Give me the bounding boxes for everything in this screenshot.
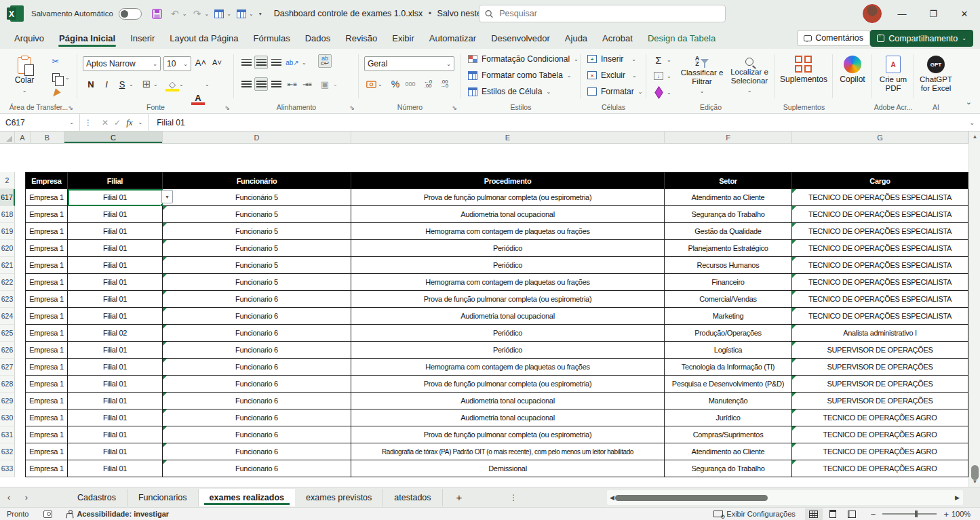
cell-cargo-629[interactable]: SUPERVISOR DE OPERAÇÕES (792, 393, 968, 409)
zoom-level[interactable]: 100% (952, 510, 980, 518)
number-dialog-launcher-icon[interactable]: ⇘ (452, 104, 457, 111)
cell-empresa-632[interactable]: Empresa 1 (25, 443, 68, 460)
borders-caret-icon[interactable]: ⌄ (153, 81, 158, 87)
cell-setor-623[interactable]: Comercial/Vendas (665, 291, 792, 308)
ribbon-tab-revis-o[interactable]: Revisão (338, 29, 385, 47)
fill-handle[interactable] (160, 203, 163, 206)
ribbon-tab-exibir[interactable]: Exibir (385, 29, 422, 47)
customize-qat-icon[interactable]: ▾ (259, 11, 262, 17)
cell-filial-629[interactable]: Filial 01 (68, 393, 163, 409)
cell-empresa-627[interactable]: Empresa 1 (25, 359, 68, 376)
empty-row-1[interactable] (0, 144, 968, 172)
ribbon-tab-ajuda[interactable]: Ajuda (557, 29, 595, 47)
row-header-629[interactable]: 629 (0, 393, 15, 409)
cell-procedimento-626[interactable]: Periódico (351, 342, 665, 359)
cell-procedimento-618[interactable]: Audiometria tonal ocupacional (351, 206, 665, 223)
row-header-619[interactable]: 619 (0, 223, 15, 240)
cell-procedimento-619[interactable]: Hemograma com contagem de plaquetas ou f… (351, 223, 665, 240)
cell-empresa-623[interactable]: Empresa 1 (25, 291, 68, 308)
sheet-tab-exames-previstos[interactable]: exames previstos (295, 489, 383, 506)
orientation-button[interactable]: ab↗ (286, 56, 299, 69)
row-header-628[interactable]: 628 (0, 376, 15, 393)
cell-funcionario-632[interactable]: Funcionario 6 (163, 443, 351, 460)
scroll-up-icon[interactable]: ▲ (969, 132, 980, 142)
table-column-header-filial[interactable]: Filial (68, 172, 163, 189)
clear-button[interactable] (652, 85, 665, 99)
cell-funcionario-621[interactable]: Funcionario 5 (163, 257, 351, 274)
cell-procedimento-617[interactable]: Prova de função pulmonar completa (ou es… (351, 189, 665, 206)
italic-button[interactable]: I (100, 77, 113, 91)
data-validation-dropdown-icon[interactable]: ▼ (161, 190, 173, 203)
zoom-slider[interactable] (882, 513, 937, 515)
page-layout-view-button[interactable] (824, 508, 842, 520)
column-header-B[interactable]: B (31, 132, 64, 143)
cell-filial-625[interactable]: Filial 02 (68, 325, 163, 342)
cell-filial-624[interactable]: Filial 01 (68, 308, 163, 325)
create-pdf-button[interactable]: A Crie um PDF (874, 50, 913, 93)
cell-procedimento-620[interactable]: Periódico (351, 240, 665, 257)
column-header-G[interactable]: G (792, 132, 968, 143)
fx-caret-icon[interactable]: ⌄ (138, 119, 143, 125)
cell-setor-629[interactable]: Manutenção (665, 393, 792, 409)
font-color-caret-icon[interactable]: ⌄ (205, 81, 210, 87)
find-select-button[interactable]: Localizar e Selecionar ⌄ (726, 50, 772, 94)
cancel-entry-icon[interactable]: ✕ (102, 118, 109, 127)
sheet-tab-atestados[interactable]: atestados (383, 489, 442, 506)
scroll-down-icon[interactable]: ▼ (969, 477, 980, 487)
cell-cargo-625[interactable]: Analista administrativo I (792, 325, 968, 342)
comments-button[interactable]: Comentários (797, 30, 870, 46)
confirm-entry-icon[interactable]: ✓ (114, 118, 121, 127)
merge-center-button[interactable]: ▣ (318, 77, 332, 91)
qat-table-caret-icon[interactable]: ⌄ (227, 11, 231, 17)
copy-button[interactable] (49, 71, 62, 84)
ribbon-tab-layout-da-p-gina[interactable]: Layout da Página (162, 29, 246, 47)
cell-procedimento-632[interactable]: Radiografia de tórax (PA) Padrão OIT (o … (351, 443, 665, 460)
middle-align-button[interactable] (254, 56, 268, 69)
percent-style-button[interactable]: % (389, 77, 402, 91)
accounting-format-button[interactable] (364, 77, 378, 91)
cell-procedimento-633[interactable]: Demissional (351, 460, 665, 477)
avatar[interactable] (863, 4, 882, 23)
cell-setor-625[interactable]: Produção/Operações (665, 325, 792, 342)
increase-decimal-button[interactable]: ←0.00 (421, 77, 435, 91)
cell-empresa-618[interactable]: Empresa 1 (25, 206, 68, 223)
font-color-button[interactable]: A (191, 91, 205, 104)
cell-setor-617[interactable]: Atendimento ao Cliente (665, 189, 792, 206)
vertical-scrollbar[interactable]: ▲ ▼ (968, 132, 980, 487)
cell-filial-633[interactable]: Filial 01 (68, 460, 163, 477)
redo-button[interactable]: ↷ (190, 6, 205, 21)
sheet-tab-exames-realizados[interactable]: exames realizados (199, 489, 296, 506)
autosum-caret-icon[interactable]: ⌄ (667, 57, 671, 63)
cell-filial-627[interactable]: Filial 01 (68, 359, 163, 376)
table-column-header-empresa[interactable]: Empresa (25, 172, 68, 189)
accounting-caret-icon[interactable]: ⌄ (378, 81, 383, 87)
insert-function-button[interactable]: fx (126, 117, 132, 128)
comma-style-button[interactable]: 000 (404, 77, 417, 91)
cell-filial-619[interactable]: Filial 01 (68, 223, 163, 240)
bottom-align-button[interactable] (269, 56, 283, 69)
ribbon-tab-arquivo[interactable]: Arquivo (7, 29, 52, 47)
cell-empresa-619[interactable]: Empresa 1 (25, 223, 68, 240)
cell-cargo-631[interactable]: TECNICO DE OPERAÇÕES AGRO (792, 426, 968, 443)
cell-funcionario-629[interactable]: Funcionario 6 (163, 393, 351, 409)
increase-font-button[interactable]: A˄ (194, 56, 208, 69)
share-button[interactable]: Compartilhamento ⌄ (870, 30, 973, 47)
macro-record-icon[interactable] (43, 511, 52, 518)
ribbon-tab-inserir[interactable]: Inserir (123, 29, 162, 47)
cell-funcionario-619[interactable]: Funcionario 5 (163, 223, 351, 240)
orientation-caret-icon[interactable]: ⌄ (302, 60, 307, 66)
cell-funcionario-630[interactable]: Funcionario 6 (163, 409, 351, 426)
cell-setor-632[interactable]: Atendimento ao Cliente (665, 443, 792, 460)
fill-button[interactable]: ↓ (652, 69, 665, 83)
cell-filial-622[interactable]: Filial 01 (68, 274, 163, 291)
cell-filial-623[interactable]: Filial 01 (68, 291, 163, 308)
clear-caret-icon[interactable]: ⌄ (667, 89, 671, 96)
cell-cargo-620[interactable]: TECNICO DE OPERAÇÕES ESPECIALISTA (792, 240, 968, 257)
row-header-631[interactable]: 631 (0, 426, 15, 443)
fill-color-button[interactable]: ◇ (165, 77, 179, 91)
save-button[interactable] (150, 6, 165, 21)
search-input[interactable] (498, 8, 720, 19)
cell-procedimento-627[interactable]: Hemograma com contagem de plaquetas ou f… (351, 359, 665, 376)
horizontal-scrollbar[interactable]: ◀ ▶ (607, 490, 963, 505)
undo-button[interactable]: ↶ (168, 6, 182, 21)
